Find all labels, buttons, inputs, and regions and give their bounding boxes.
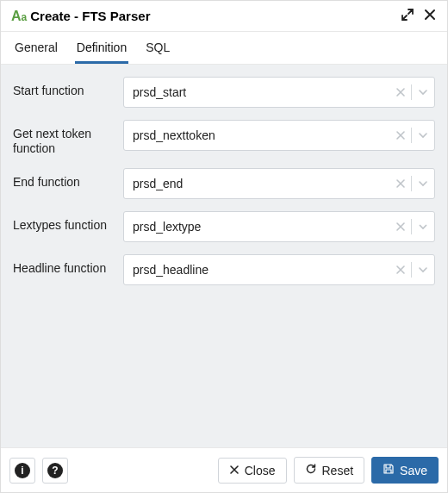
label-start-function: Start function [13,77,123,98]
label-nexttoken-function: Get next token function [13,120,123,156]
dialog-title-wrap: Aa Create - FTS Parser [11,9,401,24]
save-button[interactable]: Save [371,457,439,484]
tab-sql[interactable]: SQL [144,32,171,64]
label-end-function: End function [13,168,123,190]
chevron-down-icon[interactable] [417,178,429,190]
dialog-title: Create - FTS Parser [30,9,150,23]
select-headline-function[interactable]: prsd_headline [123,254,435,285]
select-nexttoken-function[interactable]: prsd_nexttoken [123,120,435,151]
chevron-down-icon[interactable] [417,129,429,141]
select-headline-function-value: prsd_headline [133,263,395,277]
info-icon: i [15,463,30,478]
label-lextypes-function: Lextypes function [13,211,123,233]
save-icon [383,463,395,477]
tab-definition[interactable]: Definition [75,32,128,64]
chevron-down-icon[interactable] [417,221,429,233]
reset-button-label: Reset [322,464,354,477]
tab-bar: General Definition SQL [1,32,447,65]
divider [411,176,412,191]
app-logo-icon: Aa [11,9,27,24]
dialog-header: Aa Create - FTS Parser [1,1,447,32]
clear-icon[interactable] [395,265,406,275]
close-button-label: Close [245,464,276,477]
divider [411,128,412,143]
select-start-function-value: prsd_start [133,85,395,99]
select-nexttoken-function-value: prsd_nexttoken [133,128,395,142]
divider [411,262,412,278]
help-button[interactable]: ? [42,458,68,484]
label-headline-function: Headline function [13,254,123,276]
close-button[interactable]: Close [218,458,287,484]
row-start-function: Start function prsd_start [13,77,435,108]
clear-icon[interactable] [395,178,406,189]
help-icon: ? [47,463,63,478]
select-lextypes-function-value: prsd_lextype [133,220,395,234]
reset-button[interactable]: Reset [294,457,365,484]
expand-icon[interactable] [401,8,414,24]
close-x-icon [229,464,240,477]
select-lextypes-function[interactable]: prsd_lextype [123,211,435,242]
clear-icon[interactable] [395,130,406,140]
select-end-function-value: prsd_end [133,177,395,190]
row-lextypes-function: Lextypes function prsd_lextype [13,211,435,242]
close-icon[interactable] [423,8,437,24]
clear-icon[interactable] [395,87,406,97]
clear-icon[interactable] [395,222,406,232]
form-body: Start function prsd_start Get next token… [1,65,447,447]
reset-icon [305,463,317,477]
header-actions [401,8,437,24]
save-button-label: Save [400,464,427,477]
divider [411,219,412,234]
divider [411,84,412,100]
dialog-footer: i ? Close Reset Save [1,447,447,492]
row-headline-function: Headline function prsd_headline [13,254,435,285]
tab-general[interactable]: General [13,32,59,64]
select-start-function[interactable]: prsd_start [123,77,435,108]
chevron-down-icon[interactable] [417,86,429,98]
row-nexttoken-function: Get next token function prsd_nexttoken [13,120,435,156]
info-button[interactable]: i [9,458,35,484]
row-end-function: End function prsd_end [13,168,435,199]
chevron-down-icon[interactable] [417,264,429,276]
select-end-function[interactable]: prsd_end [123,168,435,199]
